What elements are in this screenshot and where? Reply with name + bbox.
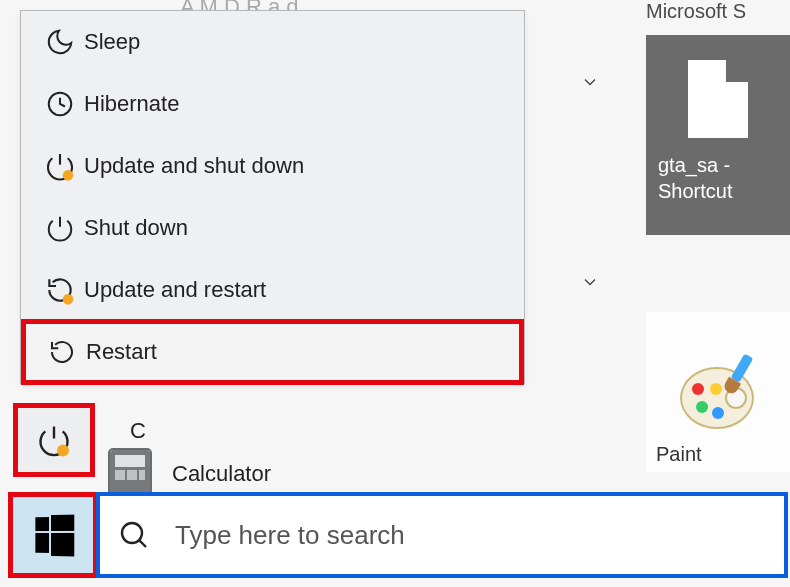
power-menu-item-restart[interactable]: Restart xyxy=(23,321,522,383)
power-menu-item-label: Sleep xyxy=(84,29,140,55)
power-update-icon xyxy=(36,422,72,458)
paint-icon xyxy=(682,359,754,431)
chevron-down-icon[interactable] xyxy=(578,70,602,94)
start-apps-section-c[interactable]: C xyxy=(130,418,146,444)
search-icon xyxy=(118,519,150,551)
power-menu-item-update-shutdown[interactable]: Update and shut down xyxy=(21,135,524,197)
svg-point-1 xyxy=(63,170,74,181)
start-app-calculator[interactable]: Calculator xyxy=(110,450,271,498)
clock-icon xyxy=(36,89,84,119)
section-letter: C xyxy=(130,418,146,444)
power-icon xyxy=(36,213,84,243)
svg-point-4 xyxy=(122,523,142,543)
svg-point-3 xyxy=(57,445,69,457)
power-menu-item-label: Restart xyxy=(86,339,157,365)
windows-logo-icon xyxy=(32,514,74,557)
chevron-down-icon[interactable] xyxy=(578,270,602,294)
power-options-menu: Sleep Hibernate Update and shut down xyxy=(20,10,525,384)
restart-icon xyxy=(38,337,86,367)
svg-point-2 xyxy=(63,294,74,305)
start-tile-gta-sa-shortcut[interactable]: gta_sa - Shortcut xyxy=(646,35,790,235)
tile-label: Paint xyxy=(646,443,702,466)
taskbar-search[interactable]: Type here to search xyxy=(98,494,786,576)
power-menu-item-label: Hibernate xyxy=(84,91,179,117)
start-tile-paint[interactable]: Paint xyxy=(646,312,790,472)
power-menu-item-shutdown[interactable]: Shut down xyxy=(21,197,524,259)
calculator-icon xyxy=(110,450,150,498)
power-menu-item-label: Shut down xyxy=(84,215,188,241)
power-update-icon xyxy=(36,150,84,182)
tile-label: gta_sa - Shortcut xyxy=(646,152,732,204)
power-menu-item-hibernate[interactable]: Hibernate xyxy=(21,73,524,135)
search-placeholder: Type here to search xyxy=(175,520,405,551)
restart-update-icon xyxy=(36,274,84,306)
start-tile-truncated[interactable]: Microsoft S xyxy=(646,0,746,23)
start-power-button[interactable] xyxy=(15,405,93,475)
power-menu-item-label: Update and restart xyxy=(84,277,266,303)
file-icon xyxy=(688,60,748,138)
moon-icon xyxy=(36,27,84,57)
power-menu-item-sleep[interactable]: Sleep xyxy=(21,11,524,73)
power-menu-item-label: Update and shut down xyxy=(84,153,304,179)
power-menu-item-update-restart[interactable]: Update and restart xyxy=(21,259,524,321)
app-label: Calculator xyxy=(172,461,271,487)
start-button[interactable] xyxy=(10,494,96,576)
